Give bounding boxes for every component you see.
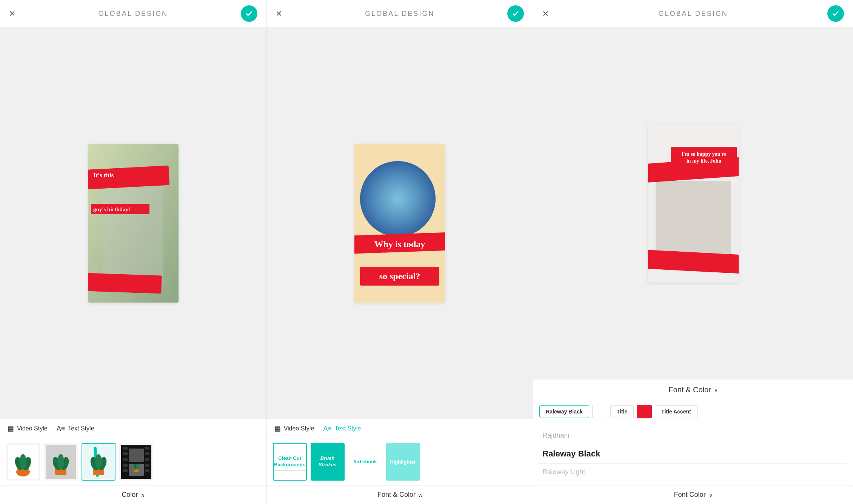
panel-1-thumb-4[interactable]	[119, 443, 153, 481]
svg-rect-2	[103, 174, 163, 287]
svg-rect-30	[123, 469, 128, 472]
card2-illustration: Why is today so special?	[354, 144, 445, 303]
panel-3-font-color-bottom[interactable]: Font Color ∨	[533, 485, 853, 504]
panel-1-video-style-label: Video Style	[17, 425, 48, 432]
panel-2-preview: Why is today so special?	[267, 27, 533, 419]
panel-1-video-style-tab[interactable]: ▤ Video Style	[8, 424, 48, 433]
card1-illustration: It's this guy's birthday!	[88, 144, 179, 303]
font-color-title: Font & Color	[668, 386, 711, 394]
svg-rect-28	[123, 458, 128, 461]
panel-2-title: GLOBAL DESIGN	[365, 10, 434, 18]
thumb-notebook-label: Notebook	[351, 457, 379, 467]
panel-1-color-chevron: ∧	[141, 492, 145, 498]
thumb-highlighter-label: Highlighter	[388, 457, 418, 467]
font-rajdhani-label: Rajdhani	[542, 432, 569, 439]
panel-2-video-style-label: Video Style	[284, 425, 314, 432]
check-icon	[245, 9, 253, 18]
svg-text:so special?: so special?	[379, 271, 420, 281]
chip-title-accent[interactable]: Title Accent	[655, 405, 697, 418]
main-container: × GLOBAL DESIGN	[0, 0, 853, 504]
font-item-raleway-light[interactable]: Raleway Light	[539, 464, 847, 481]
font-list: Rajdhani Raleway Black Raleway Light	[533, 423, 853, 485]
panel-1-thumb-strip	[0, 438, 266, 485]
panel-2: × GLOBAL DESIGN	[267, 0, 534, 504]
panel-1-title: GLOBAL DESIGN	[99, 10, 168, 18]
panel-1-text-style-tab[interactable]: A≡ Text Style	[57, 424, 94, 433]
chip-color-white[interactable]	[592, 405, 607, 418]
chip-title-accent-label: Title Accent	[661, 409, 691, 415]
video-style-icon: ▤	[8, 424, 14, 433]
panel-3-title: GLOBAL DESIGN	[658, 10, 728, 18]
panel-1-preview: It's this guy's birthday!	[0, 27, 266, 419]
check-icon-2	[511, 9, 520, 18]
font-color-bottom-label: Font Color	[674, 491, 706, 499]
panel-1-check-button[interactable]	[241, 5, 257, 22]
svg-rect-34	[145, 464, 149, 467]
chip-raleway-black-label: Raleway Black	[546, 409, 582, 415]
font-item-rajdhani[interactable]: Rajdhani	[539, 427, 847, 444]
svg-rect-32	[145, 452, 149, 455]
panel-2-video-style-tab[interactable]: ▤ Video Style	[274, 424, 314, 433]
panel-1-close-button[interactable]: ×	[9, 8, 15, 20]
panel-1-thumb-3[interactable]	[82, 443, 115, 481]
svg-text:guy's birthday!: guy's birthday!	[93, 206, 130, 212]
svg-rect-36	[129, 449, 144, 462]
panel-3-card: I'm so happy you're in my life, John	[648, 124, 739, 283]
chip-title[interactable]: Title	[610, 405, 634, 418]
panel-3-check-button[interactable]	[827, 5, 844, 22]
text-style-icon: A≡	[57, 425, 65, 433]
text-style-icon-2: A≡	[323, 425, 332, 433]
panel-2-close-button[interactable]: ×	[276, 8, 282, 20]
svg-rect-29	[123, 464, 128, 467]
thumb-clean-cut-label: Clean Cut Backgrounds	[273, 453, 307, 471]
svg-point-13	[20, 454, 26, 469]
panel-2-thumb-clean-cut[interactable]: Clean Cut Backgrounds	[273, 443, 307, 481]
svg-point-24	[95, 454, 102, 469]
chip-raleway-black[interactable]: Raleway Black	[539, 405, 589, 418]
thumb-brush-strokes-label: BrushStrokes	[316, 453, 339, 470]
svg-point-44	[360, 161, 436, 237]
panel-1-bottom-label[interactable]: Color ∧	[0, 485, 266, 504]
panel-2-thumb-notebook[interactable]: Notebook	[348, 443, 382, 481]
panel-3-close-button[interactable]: ×	[542, 8, 548, 20]
panel-1-card: It's this guy's birthday!	[88, 144, 179, 303]
thumb-2-image	[46, 445, 76, 479]
svg-rect-33	[145, 458, 149, 461]
thumb-3-image	[83, 445, 114, 479]
svg-rect-4	[88, 273, 162, 293]
panel-3: × GLOBAL DESIGN I'm s	[533, 0, 853, 504]
panel-1-color-text: Color	[122, 491, 138, 499]
svg-rect-31	[145, 447, 149, 450]
panel-3-font-color-header[interactable]: Font & Color ∨	[533, 380, 853, 400]
svg-point-18	[57, 454, 64, 469]
panel-2-bottom-label[interactable]: Font & Color ∧	[267, 485, 533, 504]
panel-1-thumb-2[interactable]	[44, 443, 78, 481]
panel-3-preview: I'm so happy you're in my life, John	[533, 27, 853, 380]
panel-2-thumb-highlighter[interactable]: Highlighter	[386, 443, 420, 481]
font-color-bottom-chevron: ∨	[709, 492, 713, 498]
panel-1-text-style-label: Text Style	[68, 425, 94, 432]
svg-text:I'm so happy you're: I'm so happy you're	[681, 151, 726, 157]
panel-2-text-style-label: Text Style	[335, 425, 361, 432]
panel-2-thumb-brush-strokes[interactable]: BrushStrokes	[311, 443, 345, 481]
font-raleway-black-label: Raleway Black	[542, 449, 600, 458]
chip-color-red[interactable]	[637, 405, 652, 418]
panel-1-thumb-1[interactable]	[6, 443, 40, 481]
panel-2-header: × GLOBAL DESIGN	[267, 0, 533, 27]
svg-point-40	[136, 464, 140, 470]
thumb-1-image	[8, 445, 38, 479]
panel-1: × GLOBAL DESIGN	[0, 0, 267, 504]
svg-rect-27	[123, 452, 128, 455]
font-color-chevron-icon: ∨	[714, 387, 718, 393]
panel-2-check-button[interactable]	[507, 5, 524, 22]
font-item-raleway-black[interactable]: Raleway Black	[539, 444, 847, 464]
chip-title-label: Title	[617, 409, 628, 415]
video-style-icon-2: ▤	[274, 424, 281, 433]
panel-2-font-color-text: Font & Color	[377, 491, 416, 499]
panel-1-header: × GLOBAL DESIGN	[0, 0, 266, 27]
svg-text:Why is today: Why is today	[374, 239, 425, 249]
svg-text:in my life, John: in my life, John	[686, 158, 721, 164]
panel-2-text-style-tab[interactable]: A≡ Text Style	[323, 424, 361, 433]
svg-rect-26	[123, 447, 128, 450]
thumb-4-image	[121, 445, 151, 479]
